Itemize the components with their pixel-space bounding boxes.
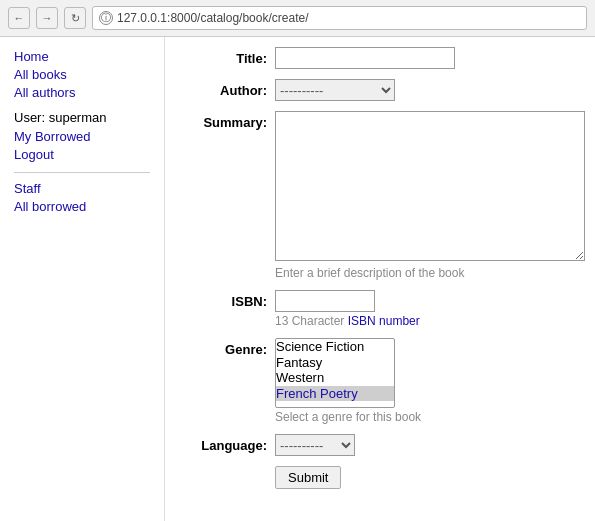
isbn-help-prefix: 13 Character bbox=[275, 314, 348, 328]
title-input[interactable] bbox=[275, 47, 455, 69]
genre-field: Science Fiction Fantasy Western French P… bbox=[275, 338, 575, 424]
genre-option-french-poetry: French Poetry bbox=[276, 386, 394, 402]
forward-button[interactable]: → bbox=[36, 7, 58, 29]
user-prefix: User: bbox=[14, 110, 49, 125]
title-row: Title: bbox=[185, 47, 575, 69]
author-label: Author: bbox=[185, 79, 275, 98]
sidebar: Home All books All authors User: superma… bbox=[0, 37, 165, 521]
sidebar-item-all-books[interactable]: All books bbox=[14, 67, 150, 82]
back-button[interactable]: ← bbox=[8, 7, 30, 29]
language-select[interactable]: ---------- bbox=[275, 434, 355, 456]
summary-field: Enter a brief description of the book bbox=[275, 111, 585, 280]
sidebar-divider bbox=[14, 172, 150, 173]
sidebar-item-all-borrowed[interactable]: All borrowed bbox=[14, 199, 150, 214]
summary-row: Summary: Enter a brief description of th… bbox=[185, 111, 575, 280]
sidebar-nav-section: Home All books All authors bbox=[14, 49, 150, 100]
genre-select[interactable]: Science Fiction Fantasy Western French P… bbox=[275, 338, 395, 408]
genre-option-scifi: Science Fiction bbox=[276, 339, 394, 355]
isbn-help-link[interactable]: ISBN number bbox=[348, 314, 420, 328]
reload-button[interactable]: ↻ bbox=[64, 7, 86, 29]
author-row: Author: ---------- bbox=[185, 79, 575, 101]
title-field bbox=[275, 47, 575, 69]
author-field: ---------- bbox=[275, 79, 575, 101]
sidebar-user-section: User: superman My Borrowed Logout bbox=[14, 110, 150, 162]
isbn-help: 13 Character ISBN number bbox=[275, 314, 575, 328]
staff-label: Staff bbox=[14, 181, 150, 196]
security-icon: ⓘ bbox=[99, 11, 113, 25]
sidebar-item-my-borrowed[interactable]: My Borrowed bbox=[14, 129, 150, 144]
sidebar-item-logout[interactable]: Logout bbox=[14, 147, 150, 162]
title-label: Title: bbox=[185, 47, 275, 66]
genre-help: Select a genre for this book bbox=[275, 410, 575, 424]
isbn-field: 13 Character ISBN number bbox=[275, 290, 575, 328]
isbn-input[interactable] bbox=[275, 290, 375, 312]
sidebar-item-all-authors[interactable]: All authors bbox=[14, 85, 150, 100]
summary-label: Summary: bbox=[185, 111, 275, 130]
sidebar-staff-section: Staff All borrowed bbox=[14, 181, 150, 214]
browser-chrome: ← → ↻ ⓘ 127.0.0.1:8000/catalog/book/crea… bbox=[0, 0, 595, 37]
url-text: 127.0.0.1:8000/catalog/book/create/ bbox=[117, 11, 308, 25]
language-row: Language: ---------- bbox=[185, 434, 575, 456]
main-content: Title: Author: ---------- Summary: Enter… bbox=[165, 37, 595, 521]
summary-textarea[interactable] bbox=[275, 111, 585, 261]
username: superman bbox=[49, 110, 107, 125]
address-bar[interactable]: ⓘ 127.0.0.1:8000/catalog/book/create/ bbox=[92, 6, 587, 30]
language-field: ---------- bbox=[275, 434, 575, 456]
genre-label: Genre: bbox=[185, 338, 275, 357]
user-info: User: superman bbox=[14, 110, 150, 125]
submit-row bbox=[275, 466, 575, 489]
sidebar-item-home[interactable]: Home bbox=[14, 49, 150, 64]
summary-help: Enter a brief description of the book bbox=[275, 266, 585, 280]
genre-row: Genre: Science Fiction Fantasy Western F… bbox=[185, 338, 575, 424]
language-label: Language: bbox=[185, 434, 275, 453]
isbn-label: ISBN: bbox=[185, 290, 275, 309]
page-layout: Home All books All authors User: superma… bbox=[0, 37, 595, 521]
genre-option-western: Western bbox=[276, 370, 394, 386]
genre-option-fantasy: Fantasy bbox=[276, 355, 394, 371]
isbn-row: ISBN: 13 Character ISBN number bbox=[185, 290, 575, 328]
author-select[interactable]: ---------- bbox=[275, 79, 395, 101]
submit-button[interactable] bbox=[275, 466, 341, 489]
